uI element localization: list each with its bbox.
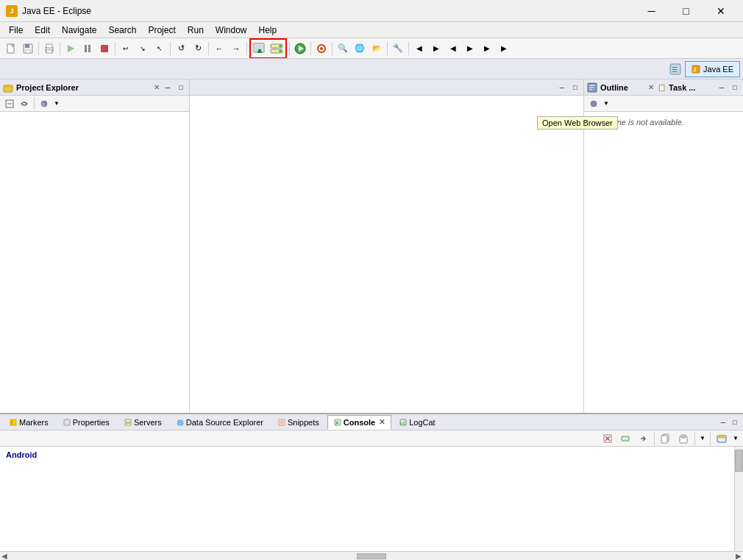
debug-button[interactable]: [63, 40, 79, 57]
menu-run[interactable]: Run: [182, 22, 210, 38]
editor-content[interactable]: [190, 96, 583, 413]
svg-rect-10: [85, 45, 87, 52]
project-explorer-close[interactable]: ✕: [154, 83, 160, 91]
editor-minimize[interactable]: ─: [557, 82, 567, 93]
console-clear[interactable]: [600, 430, 616, 447]
minimize-button[interactable]: ─: [635, 0, 668, 22]
save-button[interactable]: [20, 40, 36, 57]
server-button[interactable]: [269, 40, 285, 57]
outline-minimize[interactable]: ─: [717, 82, 727, 93]
step-return[interactable]: ↖: [152, 40, 168, 57]
nav-arrow-right4[interactable]: ▶: [496, 40, 512, 57]
menu-edit[interactable]: Edit: [29, 22, 56, 38]
outline-close[interactable]: ✕: [648, 83, 654, 91]
toolbar-sep-4: [170, 42, 171, 55]
menu-project[interactable]: Project: [142, 22, 181, 38]
toolbar-sep-5: [208, 42, 209, 55]
menu-search[interactable]: Search: [102, 22, 142, 38]
collapse-all[interactable]: [3, 97, 16, 110]
nav-back[interactable]: ←: [211, 40, 227, 57]
tab-console[interactable]: > Console ✕: [327, 415, 391, 430]
bottom-panel: ! Markers Properties Servers Data Source…: [0, 413, 743, 560]
menu-file[interactable]: File: [3, 22, 29, 38]
svg-text:≡: ≡: [42, 102, 45, 107]
tab-properties[interactable]: Properties: [57, 415, 116, 430]
undo-button[interactable]: ↺: [173, 40, 189, 57]
console-scrollbar-v[interactable]: [734, 447, 743, 551]
project-explorer-maximize[interactable]: □: [176, 82, 186, 93]
step-into[interactable]: ↘: [135, 40, 151, 57]
globe-button[interactable]: 🌐: [352, 40, 368, 57]
run-config[interactable]: [313, 40, 330, 57]
close-button[interactable]: ✕: [704, 0, 737, 22]
tab-snippets[interactable]: Snippets: [271, 415, 326, 430]
open-perspective-button[interactable]: ☰: [667, 61, 683, 77]
view-menu[interactable]: ≡: [38, 97, 51, 110]
toolbar-sep-1: [38, 42, 39, 55]
svg-rect-11: [88, 45, 90, 52]
print-button[interactable]: [41, 40, 57, 57]
svg-rect-60: [661, 436, 667, 443]
console-copy[interactable]: [658, 430, 674, 447]
toolbar-sep-8: [310, 42, 311, 55]
nav-arrow-right2[interactable]: ▶: [462, 40, 478, 57]
project-explorer-minimize[interactable]: ─: [163, 82, 173, 93]
outline-view-menu[interactable]: [587, 97, 600, 110]
console-btn3[interactable]: [635, 430, 651, 447]
project-explorer-toolbar: ≡ ▼: [0, 96, 189, 112]
svg-rect-5: [26, 50, 30, 53]
console-toolbar: ▼ ▼: [0, 430, 743, 447]
tab-data-source-explorer[interactable]: Data Source Explorer: [170, 415, 270, 430]
scrollbar-thumb-v[interactable]: [735, 450, 743, 472]
nav-arrow-left2[interactable]: ◀: [445, 40, 461, 57]
editor-maximize[interactable]: □: [570, 82, 580, 93]
svg-rect-42: [125, 419, 131, 422]
console-android-label: Android: [6, 450, 37, 459]
console-btn2[interactable]: [617, 430, 633, 447]
nav-fwd[interactable]: →: [228, 40, 244, 57]
browse-button[interactable]: 📂: [369, 40, 385, 57]
console-minimize[interactable]: ─: [718, 417, 728, 428]
project-explorer-icon: [3, 82, 13, 93]
outline-maximize[interactable]: □: [730, 82, 740, 93]
console-maximize[interactable]: □: [730, 417, 740, 428]
console-paste[interactable]: [675, 430, 692, 447]
search-button[interactable]: 🔍: [335, 40, 351, 57]
tab-logcat[interactable]: LC LogCat: [393, 415, 441, 430]
console-open-file[interactable]: [714, 430, 730, 447]
left-dropdown[interactable]: ▼: [52, 97, 61, 110]
svg-rect-43: [125, 423, 131, 425]
link-editor[interactable]: [18, 97, 31, 110]
menu-navigate[interactable]: Navigate: [56, 22, 102, 38]
console-dropdown2[interactable]: ▼: [731, 430, 740, 447]
console-scrollbar-h[interactable]: ◀ ▶: [0, 551, 743, 560]
nav-arrow-right[interactable]: ▶: [428, 40, 444, 57]
console-close[interactable]: ✕: [379, 418, 385, 426]
tab-markers[interactable]: ! Markers: [3, 415, 55, 430]
toolbar-sep-7: [289, 42, 290, 55]
svg-point-20: [280, 50, 282, 52]
left-sep: [34, 97, 35, 110]
outline-dropdown[interactable]: ▼: [602, 97, 611, 110]
tab-servers[interactable]: Servers: [118, 415, 168, 430]
menu-help[interactable]: Help: [253, 22, 283, 38]
nav-arrow-right3[interactable]: ▶: [479, 40, 495, 57]
console-content[interactable]: Android: [0, 447, 734, 551]
pause-button[interactable]: [79, 40, 96, 57]
menu-window[interactable]: Window: [210, 22, 253, 38]
toolbar-sep-6: [246, 42, 247, 55]
left-panel: Project Explorer ✕ ─ □ ≡ ▼: [0, 79, 190, 413]
open-web-browser-tooltip: Open Web Browser: [537, 116, 618, 130]
nav-arrow-left[interactable]: ◀: [411, 40, 427, 57]
new-button[interactable]: [3, 40, 19, 57]
tools-button[interactable]: 🔧: [390, 40, 406, 57]
scrollbar-thumb-h[interactable]: [357, 553, 386, 559]
maximize-button[interactable]: □: [669, 0, 703, 22]
redo-button[interactable]: ↻: [190, 40, 206, 57]
console-dropdown1[interactable]: ▼: [698, 430, 707, 447]
perspective-javaee[interactable]: J Java EE: [685, 61, 740, 77]
run-button[interactable]: [292, 40, 308, 57]
step-over[interactable]: ↩: [118, 40, 134, 57]
stop-button[interactable]: [96, 40, 113, 57]
deploy-button[interactable]: [252, 40, 268, 57]
